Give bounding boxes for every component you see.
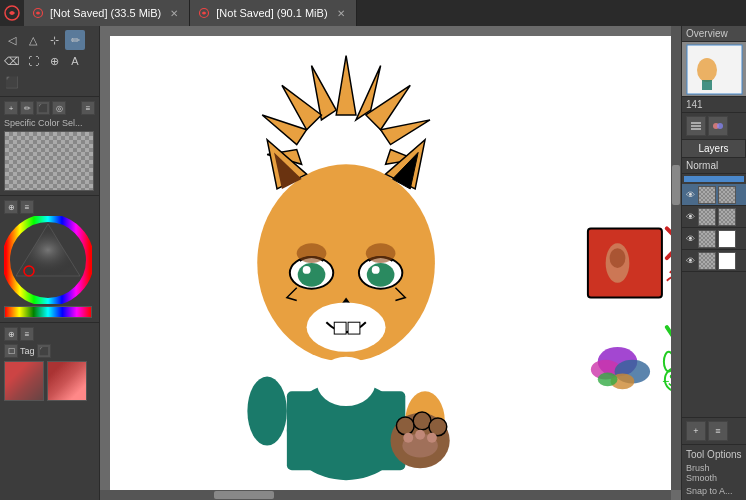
svg-point-45	[427, 433, 437, 443]
left-bottom-icon2[interactable]: ≡	[20, 327, 34, 341]
overview-header: Overview	[682, 26, 746, 42]
svg-rect-33	[334, 322, 346, 334]
wheel-icon2[interactable]: ≡	[20, 200, 34, 214]
swatch-header: + ✏ ⬛ ◎ ≡	[4, 101, 95, 115]
layer-item-3[interactable]: 👁	[682, 228, 746, 250]
layer-options-button[interactable]: ≡	[708, 421, 728, 441]
layer-item-2[interactable]: 👁	[682, 206, 746, 228]
svg-point-39	[396, 417, 414, 435]
tab-1-label: [Not Saved] (33.5 MiB)	[50, 7, 161, 19]
svg-rect-67	[691, 128, 701, 130]
svg-point-30	[372, 266, 380, 274]
tool-options-section: Tool Options Brush Smooth Snap to A...	[682, 444, 746, 500]
svg-point-48	[610, 248, 626, 268]
layer-eye-1[interactable]: 👁	[684, 189, 696, 201]
checkbox-icon[interactable]: ☐	[4, 344, 18, 358]
layer-item-1[interactable]: 👁	[682, 184, 746, 206]
svg-marker-11	[336, 56, 356, 115]
canvas-scrollbar-h[interactable]	[100, 490, 671, 500]
canvas-content	[110, 36, 671, 490]
blend-mode-label: Normal	[686, 160, 718, 171]
toolbar: ◁ △ ⊹ ✏ ⌫ ⛶ ⊕ A ⬛	[0, 26, 99, 97]
tab-1[interactable]: [Not Saved] (33.5 MiB) ✕	[24, 0, 190, 26]
tab-1-close[interactable]: ✕	[167, 6, 181, 20]
snap-label: Snap to A...	[686, 486, 733, 496]
svg-point-36	[366, 243, 396, 263]
color-label: Specific Color Sel...	[4, 118, 95, 128]
drawing-svg	[110, 36, 671, 490]
layer-list: 👁 👁 👁 👁	[682, 184, 746, 272]
scrollbar-thumb-v[interactable]	[672, 165, 680, 205]
left-bottom-icon1[interactable]: ⊕	[4, 327, 18, 341]
brush-smooth-row: Brush Smooth	[686, 463, 742, 483]
tool-brush[interactable]: ✏	[65, 30, 85, 50]
svg-point-27	[298, 263, 326, 287]
thumb-img-1	[5, 362, 43, 400]
blend-mode-row[interactable]: Normal	[682, 158, 746, 174]
color-wheel-section: ⊕ ≡	[0, 196, 99, 323]
tool-text[interactable]: A	[65, 51, 85, 71]
tab-2-close[interactable]: ✕	[334, 6, 348, 20]
thumbnail-row	[4, 361, 95, 401]
swatch-icon-edit[interactable]: ✏	[20, 101, 34, 115]
tool-transform[interactable]: △	[23, 30, 43, 50]
color-spectrum[interactable]	[4, 306, 92, 318]
canvas-scrollbar-v[interactable]	[671, 26, 681, 490]
thumb-1[interactable]	[4, 361, 44, 401]
left-bottom: ⊕ ≡ ☐ Tag ⬛	[0, 323, 99, 500]
svg-rect-63	[702, 80, 712, 90]
tag-label: Tag	[20, 346, 35, 356]
tool-fill[interactable]: ⊕	[44, 51, 64, 71]
svg-point-44	[415, 430, 425, 440]
swatch-icon-circle[interactable]: ◎	[52, 101, 66, 115]
layer-item-4[interactable]: 👁	[682, 250, 746, 272]
color-wheel-header: ⊕ ≡	[4, 200, 95, 214]
layer-eye-3[interactable]: 👁	[684, 233, 696, 245]
swatch-area: + ✏ ⬛ ◎ ≡ Specific Color Sel...	[0, 97, 99, 196]
overview-label: Overview	[686, 28, 728, 39]
svg-point-9	[247, 377, 286, 446]
wheel-icon1[interactable]: ⊕	[4, 200, 18, 214]
add-layer-button[interactable]: +	[686, 421, 706, 441]
layer-bottom-icons: + ≡	[682, 417, 746, 444]
layer-active-bar	[684, 176, 744, 182]
layer-eye-4[interactable]: 👁	[684, 255, 696, 267]
left-panel: ◁ △ ⊹ ✏ ⌫ ⛶ ⊕ A ⬛ + ✏ ⬛ ◎ ≡ Specific Col…	[0, 26, 100, 500]
color-wheel[interactable]	[4, 216, 92, 304]
tool-shape[interactable]: ⬛	[2, 72, 22, 92]
tool-erase[interactable]: ⌫	[2, 51, 22, 71]
tool-move[interactable]: ◁	[2, 30, 22, 50]
swatch-icon-save[interactable]: ⬛	[36, 101, 50, 115]
svg-point-69	[717, 123, 723, 129]
layer-thumb-3	[698, 230, 716, 248]
layer-thumb-1	[698, 186, 716, 204]
tool-select[interactable]: ⛶	[23, 51, 43, 71]
svg-marker-14	[262, 115, 306, 145]
tab-layers[interactable]: Layers	[682, 140, 746, 157]
tag-row: ☐ Tag ⬛	[4, 344, 95, 358]
right-panel: Overview 141	[681, 26, 746, 500]
canvas-area[interactable]	[100, 26, 681, 500]
thumb-2[interactable]	[47, 361, 87, 401]
layer-thumb-4	[698, 252, 716, 270]
svg-point-28	[367, 263, 395, 287]
overview-mini[interactable]	[682, 42, 746, 97]
layer-thumb-2	[698, 208, 716, 226]
panel-icons-row	[682, 113, 746, 140]
scrollbar-thumb-h[interactable]	[214, 491, 274, 499]
tag-options[interactable]: ⬛	[37, 344, 51, 358]
tab-2[interactable]: [Not Saved] (90.1 MiB) ✕	[190, 0, 356, 26]
tab-bar: [Not Saved] (33.5 MiB) ✕ [Not Saved] (90…	[0, 0, 746, 26]
tool-crop[interactable]: ⊹	[44, 30, 64, 50]
swatch-menu[interactable]: ≡	[81, 101, 95, 115]
svg-point-35	[297, 243, 327, 263]
swatch-icon-add[interactable]: +	[4, 101, 18, 115]
tool-options-label: Tool Options	[686, 449, 742, 460]
left-bottom-header: ⊕ ≡	[4, 327, 95, 341]
panel-icon-layers[interactable]	[686, 116, 706, 136]
overview-number: 141	[682, 97, 746, 113]
brush-smooth-label: Brush Smooth	[686, 463, 742, 483]
panel-icon-channels[interactable]	[708, 116, 728, 136]
svg-point-37	[316, 357, 375, 406]
layer-eye-2[interactable]: 👁	[684, 211, 696, 223]
